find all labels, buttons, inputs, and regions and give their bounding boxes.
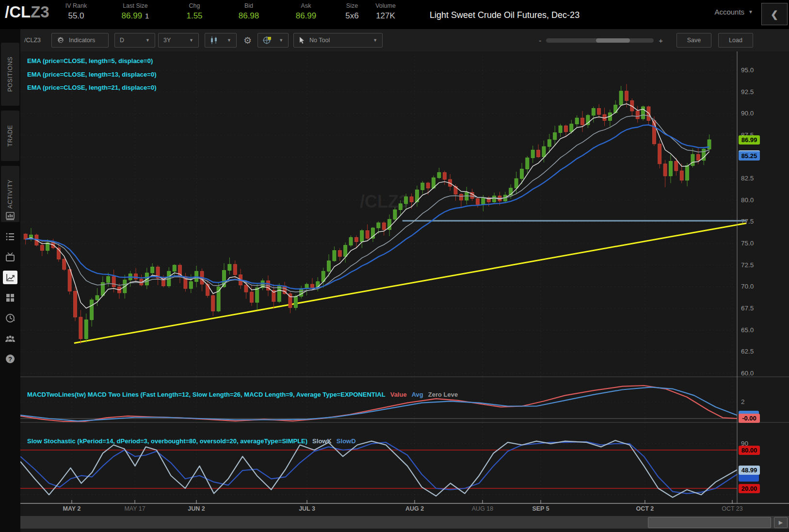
svg-text:?: ? [8, 355, 12, 363]
ema-label-0[interactable]: EMA (price=CLOSE, length=5, displace=0) [27, 54, 156, 68]
stat-label: Last Size [123, 2, 147, 10]
price-axis-tick: 62.5 [741, 348, 770, 355]
stat-value: 86.991 [122, 10, 149, 22]
chart-canvas[interactable]: /CLZ3 EMA (price=CLOSE, length=5, displa… [20, 51, 789, 516]
tv-icon[interactable] [3, 250, 17, 264]
reports-icon[interactable] [3, 210, 17, 223]
chevron-down-icon: ▼ [748, 9, 753, 15]
macd-value-badge: -0.00 [739, 414, 760, 423]
save-button[interactable]: Save [676, 33, 711, 48]
load-button[interactable]: Load [718, 33, 753, 48]
indicators-label: Indicators [69, 37, 95, 44]
scroll-right-arrow[interactable]: ▶ [774, 517, 788, 528]
zoom-slider-handle[interactable] [596, 38, 630, 43]
stat-label: IV Rank [65, 2, 87, 10]
price-axis-tick: 72.5 [741, 261, 770, 269]
macd-zero-legend: Zero Leve [428, 391, 458, 398]
date-axis-label: OCT 2 [636, 505, 654, 512]
macd-study-label-row: MACDTwoLines(tw) MACD Two Lines (Fast Le… [27, 391, 458, 398]
stat-value: 86.99 [296, 10, 317, 22]
drawing-tool-dropdown[interactable]: No Tool▼ [293, 33, 383, 48]
help-icon[interactable]: ? [3, 352, 17, 366]
sidebar-tab-positions[interactable]: POSITIONS [1, 43, 19, 106]
yellow-trendline[interactable] [74, 223, 746, 343]
accounts-label: Accounts [714, 8, 744, 16]
zoom-in-button[interactable]: + [654, 36, 668, 45]
ema-label-1[interactable]: EMA (price=CLOSE, length=13, displace=0) [27, 68, 156, 81]
chevron-down-icon: ▼ [189, 38, 193, 43]
last-price-badge: 86.99 [739, 135, 760, 145]
price-axis-tick: 70.0 [741, 283, 770, 290]
chevron-down-icon: ▼ [279, 38, 283, 43]
date-axis-label: AUG 18 [472, 505, 493, 512]
ema21-value-badge: 85.25 [739, 150, 760, 161]
symbol-input[interactable]: /CLZ3 [24, 37, 48, 44]
sidebar-tab-label: ACTIVITY [7, 179, 14, 209]
slowd-line [20, 442, 737, 494]
stat-label: Volume [375, 2, 396, 10]
date-axis-label: SEP 5 [532, 505, 549, 512]
sidebar-tab-label: POSITIONS [7, 57, 14, 92]
candlestick-style-icon [210, 36, 219, 45]
load-label: Load [729, 37, 742, 44]
grid-icon[interactable] [3, 291, 17, 305]
stat-last-size: Last Size86.991 [102, 2, 169, 22]
price-axis-tick: 80.0 [741, 196, 770, 204]
price-axis-tick: 90.0 [741, 110, 770, 117]
save-label: Save [687, 37, 701, 44]
candlesticks [24, 84, 711, 344]
stat-value: 1.55 [186, 10, 202, 22]
ema-label-2[interactable]: EMA (price=CLOSE, length=21, displace=0) [27, 81, 156, 95]
stat-label: Bid [244, 2, 253, 10]
price-axis-tick: 67.5 [741, 305, 770, 312]
timeframe-value: D [120, 37, 124, 44]
price-axis-tick: 92.5 [741, 88, 770, 96]
indicators-button[interactable]: Indicators [51, 33, 109, 48]
slowk-legend: SlowK [312, 437, 332, 445]
tool-value: No Tool [309, 37, 330, 44]
scrollbar-handle[interactable] [648, 517, 771, 528]
history-icon[interactable] [3, 311, 17, 325]
chevron-down-icon: ▼ [373, 38, 377, 43]
sidebar-icon-rail: ? [0, 210, 20, 366]
date-axis-label: AUG 2 [405, 505, 424, 512]
cursor-icon [299, 36, 306, 44]
chart-toolbar: /CLZ3 Indicators D▼ 3Y▼ ▼ ⚙ ▼ No [20, 29, 789, 51]
horizontal-scrollbar[interactable]: ▶ [20, 516, 789, 529]
price-axis-tick: 60.0 [741, 370, 770, 377]
slowd-legend: SlowD [337, 437, 356, 445]
range-dropdown[interactable]: 3Y▼ [158, 33, 199, 48]
oversold-badge: 20.00 [739, 484, 760, 493]
chevron-down-icon: ▼ [227, 38, 231, 43]
price-axis-tick: 75.0 [741, 240, 770, 247]
stoch-study-label: Slow Stochastic (kPeriod=14, dPeriod=3, … [27, 437, 307, 445]
stat-bid: Bid86.98 [220, 2, 277, 22]
crosshair-style-dropdown[interactable]: ▼ [258, 33, 289, 48]
price-chart-plot: /CLZ3 [20, 51, 789, 516]
indicators-burst-icon [57, 36, 65, 45]
date-axis-label: JUN 2 [188, 505, 205, 512]
timeframe-dropdown[interactable]: D▼ [114, 33, 155, 48]
zoom-out-button[interactable]: - [534, 36, 546, 45]
zoom-slider[interactable] [546, 38, 654, 43]
watchlist-icon[interactable] [3, 230, 17, 243]
quote-stats: IV Rank55.0Last Size86.991Chg1.55Bid86.9… [50, 2, 402, 22]
accounts-menu[interactable]: Accounts ▼ [714, 8, 753, 16]
stat-label: Chg [189, 2, 200, 10]
chart-style-dropdown[interactable]: ▼ [205, 33, 237, 48]
macd-avg-legend: Avg [412, 391, 423, 398]
chart-region: /CLZ3 Indicators D▼ 3Y▼ ▼ ⚙ ▼ No [20, 29, 789, 532]
stat-value: 127K [376, 10, 395, 22]
price-axis-tick: 95.0 [741, 66, 770, 74]
macd-study-label: MACDTwoLines(tw) MACD Two Lines (Fast Le… [27, 391, 386, 398]
price-axis-tick: 82.5 [741, 175, 770, 182]
chart-icon[interactable] [3, 271, 17, 284]
community-icon[interactable] [3, 332, 17, 345]
date-axis-label: MAY 2 [63, 505, 81, 512]
stat-value: 86.98 [239, 10, 259, 22]
collapse-panel-button[interactable]: ❮ [761, 3, 788, 25]
stat-value: 55.0 [68, 10, 84, 22]
sidebar-tab-trade[interactable]: TRADE [1, 111, 19, 161]
chart-settings-gear-icon[interactable]: ⚙ [243, 36, 252, 45]
left-sidebar: POSITIONSTRADEACTIVITY ? [0, 29, 20, 532]
